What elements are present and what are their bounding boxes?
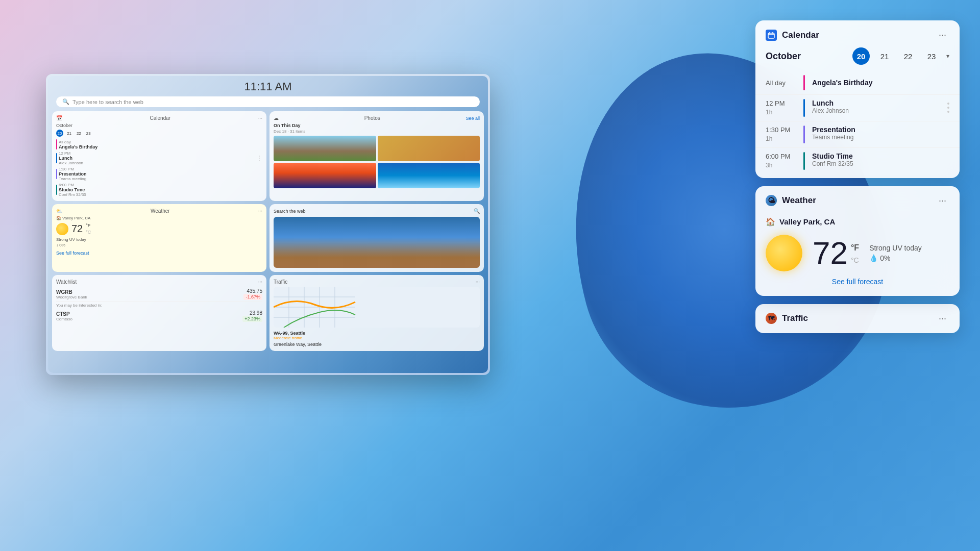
mini-event1-dots: ⋮	[256, 155, 262, 162]
mini-photo-2	[378, 136, 480, 161]
mini-stock2-price: 23.98	[242, 310, 262, 316]
event-presentation-time: 1:30 PM 1h	[766, 126, 796, 143]
event-presentation-info: Presentation Teams meeting	[812, 126, 949, 143]
calendar-events: All day Angela's Birthday 12 PM 1h Lunch…	[755, 71, 960, 178]
mini-photos-icon: ☁	[274, 115, 279, 121]
home-icon: 🏠	[766, 217, 775, 227]
mini-weather-main: 72 °F °C	[56, 222, 262, 235]
traffic-title-text: Traffic	[782, 313, 808, 323]
mini-event3-title: Studio Time	[59, 187, 86, 192]
mini-watchlist-more[interactable]: ···	[258, 279, 262, 285]
mini-watchlist-title: Watchlist	[56, 279, 77, 285]
mini-cal-date-21: 21	[65, 130, 73, 137]
mini-allday-bar	[56, 139, 57, 149]
cal-date-21[interactable]: 21	[876, 47, 893, 65]
calendar-icon-svg	[768, 32, 775, 39]
mini-weather-rain: ↓ 0%	[56, 243, 262, 247]
mini-weather-header: ⛅ Weather ···	[56, 208, 262, 214]
allday-bar	[803, 75, 805, 90]
mini-stock2: CTSP Comtaso 23.98 +2.23%	[56, 309, 262, 323]
mini-traffic-header: Traffic ···	[274, 279, 480, 285]
mini-event1-time: 12 PM	[59, 151, 83, 156]
weather-location: 🏠 Valley Park, CA	[766, 217, 949, 227]
event-dot-1	[947, 103, 949, 105]
event-lunch-time: 12 PM 1h	[766, 99, 796, 117]
mini-watchlist-header: Watchlist ···	[56, 279, 262, 285]
monitor-search[interactable]: 🔍 Type here to search the web	[56, 96, 480, 107]
mini-event2-time: 1:30 PM	[59, 167, 87, 171]
traffic-icon-emoji: 🗺	[768, 315, 774, 322]
mini-search-label: Search the web	[274, 209, 306, 214]
search-placeholder: Type here to search the web	[72, 99, 143, 105]
mini-weather-unit-f: °F	[86, 222, 91, 229]
mini-traffic-widget: Traffic ···	[270, 275, 484, 351]
traffic-icon: 🗺	[766, 313, 777, 324]
mini-stock1-info: WGRB Woolfgrove Bank	[56, 289, 87, 299]
weather-content: 🏠 Valley Park, CA 72 °F °C Strong UV tod…	[755, 213, 960, 296]
mini-photos-widget: ☁ Photos See all On This Day Dec 18 · 31…	[270, 111, 484, 201]
calendar-allday-event: All day Angela's Birthday	[755, 71, 960, 95]
cal-date-20[interactable]: 20	[852, 47, 870, 65]
mini-watchlist-widget: Watchlist ··· WGRB Woolfgrove Bank 435.7…	[52, 275, 266, 351]
mini-photos-link[interactable]: See all	[465, 116, 480, 121]
event-lunch-subtitle: Alex Johnson	[812, 107, 936, 114]
cal-date-22[interactable]: 22	[899, 47, 917, 65]
calendar-event-studio: 6:00 PM 3h Studio Time Conf Rm 32/35	[755, 148, 960, 174]
mini-weather-sun	[56, 223, 68, 235]
weather-uv: Strong UV today	[869, 244, 922, 252]
weather-sun-icon	[766, 235, 802, 271]
svg-rect-7	[768, 33, 774, 38]
cal-date-23[interactable]: 23	[923, 47, 940, 65]
mini-calendar-widget: 📅 Calendar ··· October 20 21 22 23	[52, 111, 266, 201]
mini-photos-header: ☁ Photos See all	[274, 115, 480, 121]
mini-event1-bar	[56, 153, 57, 163]
weather-forecast-link[interactable]: See full forecast	[766, 271, 949, 288]
event-presentation-subtitle: Teams meeting	[812, 134, 949, 141]
mini-weather-more[interactable]: ···	[258, 208, 262, 214]
calendar-chevron-icon[interactable]: ▾	[946, 53, 949, 60]
calendar-dates[interactable]: 20 21 22 23 ▾	[852, 47, 949, 65]
weather-unit: °F °C	[851, 241, 859, 266]
mini-cal-date-20: 20	[56, 130, 63, 137]
mini-event2-sub: Teams meeting	[59, 177, 87, 181]
mini-event3-sub: Conf Rm 32/35	[59, 192, 86, 197]
mini-stock-suggest-label: You may be interested in:	[56, 302, 262, 309]
mini-search-widget: Search the web 🔍	[270, 204, 484, 272]
mini-stock1: WGRB Woolfgrove Bank 435.75 -1.67%	[56, 287, 262, 302]
mini-weather-condition: Strong UV today	[56, 237, 262, 242]
mini-cal-event3: 6:00 PM Studio Time Conf Rm 32/35	[56, 183, 262, 197]
mini-stock1-change: -1.67%	[243, 294, 262, 300]
mini-event1-sub: Alex Johnson	[59, 161, 83, 165]
calendar-more-button[interactable]: ···	[936, 29, 949, 41]
mini-weather-icon: ⛅	[56, 208, 62, 214]
monitor-frame: 11:11 AM 🔍 Type here to search the web 📅…	[46, 74, 490, 375]
mini-traffic-more[interactable]: ···	[476, 279, 480, 285]
mini-search-icon: 🔍	[474, 208, 480, 214]
traffic-more-button[interactable]: ···	[936, 312, 949, 325]
calendar-title-group: Calendar	[766, 30, 819, 41]
monitor-screen: 11:11 AM 🔍 Type here to search the web 📅…	[48, 76, 488, 373]
event-dot-3	[947, 111, 949, 113]
mini-cal-more[interactable]: ···	[258, 115, 262, 121]
calendar-event-lunch: 12 PM 1h Lunch Alex Johnson	[755, 95, 960, 121]
event-presentation-bar	[803, 126, 805, 143]
mini-weather-units: °F °C	[86, 222, 91, 235]
mini-event1-title: Lunch	[59, 156, 83, 161]
weather-more-button[interactable]: ···	[936, 194, 949, 207]
mini-widgets-grid: 📅 Calendar ··· October 20 21 22 23	[48, 111, 488, 351]
mini-weather-forecast[interactable]: See full forecast	[56, 251, 262, 256]
weather-unit-f: °F	[851, 241, 859, 255]
event-studio-subtitle: Conf Rm 32/35	[812, 160, 949, 167]
calendar-header: Calendar ···	[755, 20, 960, 47]
search-icon: 🔍	[62, 98, 69, 105]
mini-allday-title: Angela's Birthday	[59, 144, 97, 149]
allday-label: All day	[766, 79, 796, 87]
calendar-widget: Calendar ··· October 20 21 22 23 ▾	[755, 20, 960, 178]
mini-cal-date-22: 22	[75, 130, 83, 137]
weather-rain: 💧 0%	[869, 254, 922, 262]
weather-rain-percent: 0%	[880, 254, 890, 262]
mini-stock2-info: CTSP Comtaso	[56, 311, 72, 321]
mini-weather-title: Weather	[151, 208, 170, 214]
mini-event3-bar	[56, 185, 57, 195]
weather-icon-emoji: 🌤	[768, 196, 775, 205]
